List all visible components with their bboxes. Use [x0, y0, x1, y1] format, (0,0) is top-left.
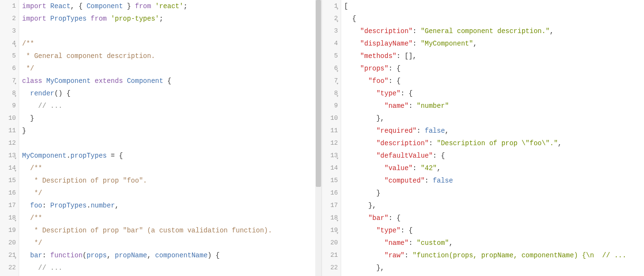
code-line[interactable]: }: [344, 187, 644, 199]
line-number: 8▾: [322, 87, 338, 100]
code-line[interactable]: */: [22, 62, 315, 75]
code-line[interactable]: "type": {: [344, 87, 644, 100]
code-line[interactable]: bar: function(props, propName, component…: [22, 249, 315, 262]
token-com: // ...: [38, 264, 62, 272]
code-line[interactable]: [: [344, 0, 644, 12]
token-punc: }: [30, 115, 34, 122]
code-line[interactable]: * Description of prop "foo".: [22, 174, 315, 187]
line-number: 9: [0, 100, 16, 112]
left-scrollbar[interactable]: [315, 0, 322, 276]
token-kw: from: [135, 2, 151, 10]
left-scrollbar-thumb[interactable]: [316, 0, 321, 187]
code-line[interactable]: "description": "Description of prop \"fo…: [344, 137, 644, 150]
right-editor-pane: 1▾2▾3456▾7▾8▾910111213▾1415161718▾19▾202…: [322, 0, 644, 276]
code-line[interactable]: // ...: [22, 262, 315, 274]
token-var: Component: [127, 77, 163, 85]
code-line[interactable]: "raw": "function(props, propName, compon…: [344, 249, 644, 262]
code-line[interactable]: import PropTypes from 'prop-types';: [22, 12, 315, 25]
token-doc: */: [34, 189, 42, 197]
code-line[interactable]: [22, 25, 315, 37]
code-line[interactable]: "computed": false: [344, 174, 644, 187]
line-number: 5: [322, 50, 338, 62]
code-line[interactable]: * Description of prop "bar" (a custom va…: [22, 224, 315, 237]
code-line[interactable]: },: [344, 112, 644, 125]
right-gutter: 1▾2▾3456▾7▾8▾910111213▾1415161718▾19▾202…: [322, 0, 341, 276]
code-line[interactable]: "methods": [],: [344, 50, 644, 62]
token-punc: :: [408, 239, 417, 247]
token-prop: "required": [376, 127, 417, 135]
token-plain: [22, 164, 30, 172]
left-code-area[interactable]: import React, { Component } from 'react'…: [19, 0, 315, 276]
line-number: 12: [0, 137, 16, 150]
code-line[interactable]: /**: [22, 37, 315, 50]
code-line[interactable]: * General component description.: [22, 50, 315, 62]
token-punc: ) {: [208, 252, 220, 259]
code-line[interactable]: "bar": {: [344, 212, 644, 224]
code-line[interactable]: // ...: [22, 100, 315, 112]
line-number: 1▾: [322, 0, 338, 12]
line-number: 2: [0, 12, 16, 25]
token-def: componentName: [155, 252, 207, 259]
code-line[interactable]: render() {: [22, 87, 315, 100]
code-line[interactable]: "type": {: [344, 224, 644, 237]
code-line[interactable]: "name": "custom",: [344, 237, 644, 249]
code-line[interactable]: /**: [22, 162, 315, 174]
code-line[interactable]: */: [22, 237, 315, 249]
code-line[interactable]: },: [344, 199, 644, 212]
code-line[interactable]: }: [22, 125, 315, 137]
token-def: MyComponent: [46, 77, 90, 85]
token-doc: /**: [30, 164, 42, 172]
code-line[interactable]: class MyComponent extends Component {: [22, 75, 315, 87]
token-bool: false: [433, 177, 453, 184]
line-number: 10: [0, 112, 16, 125]
token-doc: */: [22, 65, 34, 72]
token-doc: * Description of prop "bar" (a custom va…: [34, 227, 272, 234]
line-number: 7▾: [0, 75, 16, 87]
code-line[interactable]: "description": "General component descri…: [344, 25, 644, 37]
token-plain: [22, 202, 30, 209]
code-line[interactable]: "required": false,: [344, 125, 644, 137]
token-punc: () {: [54, 90, 71, 97]
code-line[interactable]: */: [22, 187, 315, 199]
line-number: 16: [322, 187, 338, 199]
token-prop: "defaultValue": [376, 152, 433, 160]
code-line[interactable]: {: [344, 12, 644, 25]
token-plain: [344, 65, 360, 72]
line-number: 20: [322, 237, 338, 249]
token-def: Component: [86, 2, 123, 10]
code-line[interactable]: "foo": {: [344, 75, 644, 87]
code-line[interactable]: "displayName": "MyComponent",: [344, 37, 644, 50]
code-line[interactable]: "props": {: [344, 62, 644, 75]
code-line[interactable]: },: [344, 262, 644, 274]
code-line[interactable]: "name": "number": [344, 100, 644, 112]
code-line[interactable]: foo: PropTypes.number,: [22, 199, 315, 212]
code-line[interactable]: }: [22, 112, 315, 125]
token-punc: : {: [401, 227, 413, 234]
code-line[interactable]: "defaultValue": {: [344, 150, 644, 162]
token-kw: class: [22, 77, 42, 85]
token-plain: [344, 227, 376, 234]
code-line[interactable]: MyComponent.propTypes = {: [22, 150, 315, 162]
token-plain: [22, 239, 34, 247]
token-kw: import: [22, 2, 46, 10]
token-var: propTypes: [71, 152, 107, 160]
line-number: 12: [322, 137, 338, 150]
token-prop: "description": [360, 27, 413, 35]
code-line[interactable]: [22, 137, 315, 150]
token-plain: [22, 264, 38, 272]
token-com: // ...: [38, 102, 62, 110]
token-punc: : {: [433, 152, 445, 160]
token-punc: :: [429, 139, 437, 147]
token-plain: [344, 177, 384, 184]
token-plain: [344, 15, 352, 23]
code-line[interactable]: "value": "42",: [344, 162, 644, 174]
line-number: 18▾: [0, 212, 16, 224]
code-line[interactable]: import React, { Component } from 'react'…: [22, 0, 315, 12]
right-code-area[interactable]: [ { "description": "General component de…: [341, 0, 644, 276]
line-number: 14▾: [0, 162, 16, 174]
line-number: 1: [0, 0, 16, 12]
token-punc: ,: [558, 139, 561, 147]
line-number: 9: [322, 100, 338, 112]
code-line[interactable]: /**: [22, 212, 315, 224]
token-doc: */: [34, 239, 42, 247]
